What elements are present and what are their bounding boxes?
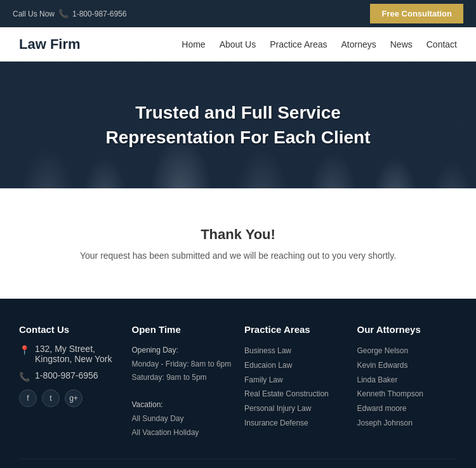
- footer-bottom: Copyright © domainname.com All Rights Re…: [19, 458, 457, 468]
- footer-opentime: Open Time Opening Day: Monday - Friday: …: [132, 324, 232, 439]
- social-icons: f t g+: [19, 389, 119, 407]
- footer-practice-areas: Practice Areas Business Law Educaion Law…: [244, 324, 345, 439]
- attorney-item-5: Joseph Johnson: [357, 416, 458, 431]
- practice-item-5: Insurance Defense: [244, 416, 345, 431]
- phone-icon: 📞: [58, 9, 69, 18]
- attorney-item-3: Kenneth Thompson: [357, 387, 458, 401]
- facebook-icon[interactable]: f: [19, 389, 37, 407]
- nav-links: Home About Us Practice Areas Atorneys Ne…: [182, 39, 457, 49]
- thankyou-message: Your request has been submitted and we w…: [13, 250, 463, 261]
- nav-practice[interactable]: Practice Areas: [270, 39, 327, 49]
- attorney-item-1: Kevin Edwards: [357, 358, 458, 373]
- footer-contact-heading: Contact Us: [19, 324, 119, 335]
- top-bar-phone: 1-800-987-6956: [72, 10, 126, 18]
- contact-phone-item: 📞 1-800-987-6956: [19, 370, 119, 382]
- footer-contact: Contact Us 📍 132, My Street, Kingston, N…: [19, 324, 119, 439]
- call-label: Call Us Now: [13, 10, 55, 18]
- phone-footer-icon: 📞: [19, 372, 30, 382]
- hero-text: Trusted and Full Service Representation …: [106, 100, 371, 150]
- attorney-item-4: Edward moore: [357, 401, 458, 416]
- hero-headline: Trusted and Full Service Representation …: [106, 100, 371, 150]
- footer-phone: 1-800-987-6956: [35, 370, 98, 380]
- contact-address-item: 📍 132, My Street, Kingston, New York: [19, 344, 119, 364]
- googleplus-icon[interactable]: g+: [65, 389, 83, 407]
- attorney-item-0: George Nelson: [357, 344, 458, 358]
- footer-grid: Contact Us 📍 132, My Street, Kingston, N…: [19, 324, 457, 439]
- nav-home[interactable]: Home: [182, 39, 205, 49]
- top-bar-left: Call Us Now 📞 1-800-987-6956: [13, 9, 126, 18]
- opentime-details: Opening Day: Monday - Friday: 8am to 6pm…: [132, 344, 232, 439]
- thankyou-section: Thank You! Your request has been submitt…: [0, 188, 476, 299]
- twitter-icon[interactable]: t: [42, 389, 60, 407]
- attorneys-list: George Nelson Kevin Edwards Linda Baker …: [357, 344, 458, 431]
- top-bar: Call Us Now 📞 1-800-987-6956 Free Consul…: [0, 0, 476, 27]
- navbar: Law Firm Home About Us Practice Areas At…: [0, 27, 476, 62]
- practice-item-1: Educaion Law: [244, 358, 345, 373]
- nav-attorneys[interactable]: Atorneys: [341, 39, 376, 49]
- practice-areas-list: Business Law Educaion Law Family Law Rea…: [244, 344, 345, 431]
- logo: Law Firm: [19, 36, 81, 53]
- footer-attorneys: Our Attorneys George Nelson Kevin Edward…: [357, 324, 458, 439]
- nav-contact[interactable]: Contact: [426, 39, 457, 49]
- location-icon: 📍: [19, 345, 30, 355]
- thankyou-heading: Thank You!: [13, 226, 463, 243]
- footer: Contact Us 📍 132, My Street, Kingston, N…: [0, 299, 476, 468]
- footer-opentime-heading: Open Time: [132, 324, 232, 335]
- practice-item-4: Personal Injury Law: [244, 401, 345, 416]
- consultation-button[interactable]: Free Consultation: [370, 4, 463, 23]
- footer-attorneys-heading: Our Attorneys: [357, 324, 458, 335]
- attorney-item-2: Linda Baker: [357, 373, 458, 387]
- hero-section: Trusted and Full Service Representation …: [0, 62, 476, 188]
- practice-item-0: Business Law: [244, 344, 345, 358]
- nav-news[interactable]: News: [390, 39, 413, 49]
- practice-item-3: Real Estate Construction: [244, 387, 345, 401]
- practice-item-2: Family Law: [244, 373, 345, 387]
- nav-about[interactable]: About Us: [220, 39, 256, 49]
- footer-practice-heading: Practice Areas: [244, 324, 345, 335]
- contact-address: 132, My Street, Kingston, New York: [35, 344, 112, 364]
